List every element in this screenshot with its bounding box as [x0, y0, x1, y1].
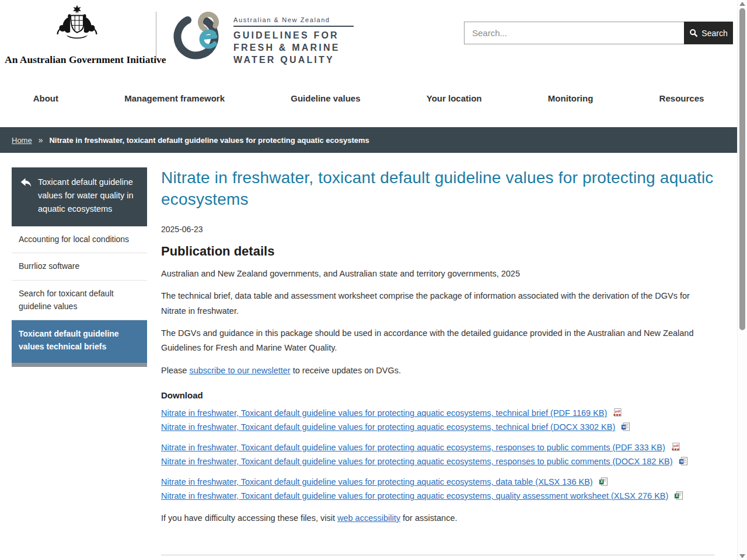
breadcrumb-separator-icon: » — [39, 135, 43, 145]
paragraph-package: The technical brief, data table and asse… — [161, 289, 714, 318]
newsletter-prefix: Please — [161, 366, 189, 375]
svg-text:pdf: pdf — [673, 444, 679, 447]
sidebar-parent-link[interactable]: Toxicant default guideline values for wa… — [12, 167, 147, 226]
sidebar-item-search-toxicant-dgv[interactable]: Search for toxicant default guideline va… — [12, 281, 147, 320]
initiative-text: An Australian Government Initiative — [5, 54, 149, 66]
site-header: An Australian Government Initiative Aust… — [0, 0, 747, 127]
search-button-label: Search — [701, 29, 727, 38]
publication-details-heading: Publication details — [161, 244, 714, 259]
download-link-data-table-xlsx[interactable]: Nitrate in freshwater, Toxicant default … — [161, 477, 593, 487]
accessibility-prefix: If you have difficulty accessing these f… — [161, 513, 337, 523]
footer-divider — [161, 555, 714, 555]
download-link-quality-worksheet-xlsx[interactable]: Nitrate in freshwater, Toxicant default … — [161, 491, 668, 501]
newsletter-suffix: to receive updates on DVGs. — [291, 366, 401, 375]
excel-file-icon: X — [674, 491, 683, 501]
page-title: Nitrate in freshwater, toxicant default … — [161, 167, 714, 211]
search-button[interactable]: Search — [684, 22, 733, 44]
download-row-technical-brief-pdf: Nitrate in freshwater, Toxicant default … — [161, 407, 714, 421]
page-scrollbar — [737, 0, 747, 560]
australian-coat-of-arms-icon — [52, 5, 102, 49]
breadcrumb-home-link[interactable]: Home — [12, 136, 32, 145]
accessibility-suffix: for assistance. — [400, 513, 458, 523]
download-row-responses-docx: Nitrate in freshwater, Toxicant default … — [161, 455, 714, 469]
download-link-responses-docx[interactable]: Nitrate in freshwater, Toxicant default … — [161, 457, 673, 466]
download-link-technical-brief-docx[interactable]: Nitrate in freshwater, Toxicant default … — [161, 422, 615, 432]
paragraph-guidance: The DGVs and guidance in this package sh… — [161, 326, 714, 356]
subscribe-newsletter-link[interactable]: subscribe to our newsletter — [189, 366, 290, 375]
sidebar-bottom-shadow — [12, 363, 147, 367]
logo-line-4: WATER QUALITY — [233, 54, 354, 66]
svg-text:X: X — [600, 480, 603, 484]
nav-item-about[interactable]: About — [33, 93, 58, 103]
gov-crest-block: An Australian Government Initiative — [5, 5, 149, 66]
search-icon — [689, 29, 698, 37]
content-area: Toxicant default guideline values for wa… — [0, 153, 747, 560]
logo-line-1: Australian & New Zealand — [233, 16, 354, 23]
download-row-responses-pdf: Nitrate in freshwater, Toxicant default … — [161, 441, 714, 455]
excel-file-icon: X — [599, 477, 608, 487]
logo-text: Australian & New Zealand GUIDELINES FOR … — [233, 7, 354, 66]
download-list: Nitrate in freshwater, Toxicant default … — [161, 407, 714, 503]
pdf-file-icon: pdf — [671, 443, 680, 452]
nav-item-guideline-values[interactable]: Guideline values — [291, 93, 360, 103]
nav-item-management-framework[interactable]: Management framework — [124, 93, 225, 103]
nav-item-resources[interactable]: Resources — [659, 93, 704, 103]
word-file-icon: W — [621, 422, 630, 432]
svg-text:W: W — [680, 459, 683, 463]
sidebar-item-technical-briefs-active[interactable]: Toxicant default guideline values techni… — [12, 320, 147, 362]
nav-item-your-location[interactable]: Your location — [427, 93, 482, 103]
logo-rule — [233, 26, 354, 27]
main-content: Nitrate in freshwater, toxicant default … — [161, 167, 714, 560]
download-link-responses-pdf[interactable]: Nitrate in freshwater, Toxicant default … — [161, 443, 665, 452]
logo-line-3: FRESH & MARINE — [233, 42, 354, 54]
paragraph-governments: Australian and New Zealand governments, … — [161, 267, 714, 281]
reply-arrow-icon — [20, 177, 32, 188]
svg-text:W: W — [623, 425, 626, 429]
search-input[interactable] — [464, 22, 684, 44]
sidebar-item-burrlioz-software[interactable]: Burrlioz software — [12, 253, 147, 281]
download-row-data-table-xlsx: Nitrate in freshwater, Toxicant default … — [161, 475, 714, 489]
brushstroke-logo-icon — [170, 7, 225, 62]
download-heading: Download — [161, 390, 714, 400]
newsletter-sentence: Please subscribe to our newsletter to re… — [161, 363, 714, 378]
sidebar-parent-label: Toxicant default guideline values for wa… — [38, 176, 140, 216]
svg-text:X: X — [676, 494, 679, 498]
download-link-technical-brief-pdf[interactable]: Nitrate in freshwater, Toxicant default … — [161, 408, 607, 418]
svg-text:pdf: pdf — [615, 410, 620, 413]
scrollbar-thumb[interactable] — [739, 8, 745, 330]
anz-guidelines-logo: Australian & New Zealand GUIDELINES FOR … — [170, 7, 354, 66]
word-file-icon: W — [679, 457, 688, 466]
breadcrumb-current: Nitrate in freshwater, toxicant default … — [49, 136, 369, 145]
logo-line-2: GUIDELINES FOR — [233, 30, 354, 42]
main-nav: About Management framework Guideline val… — [0, 93, 737, 103]
scrollbar-down-arrow-icon[interactable] — [739, 554, 745, 558]
accessibility-sentence: If you have difficulty accessing these f… — [161, 511, 714, 526]
download-row-quality-worksheet-xlsx: Nitrate in freshwater, Toxicant default … — [161, 489, 714, 503]
breadcrumb: Home » Nitrate in freshwater, toxicant d… — [0, 127, 747, 153]
download-row-technical-brief-docx: Nitrate in freshwater, Toxicant default … — [161, 421, 714, 435]
web-accessibility-link[interactable]: web accessibility — [337, 513, 400, 523]
nav-item-monitoring[interactable]: Monitoring — [548, 93, 593, 103]
scrollbar-up-arrow-icon[interactable] — [739, 2, 745, 6]
pdf-file-icon: pdf — [613, 408, 622, 418]
sidebar-item-accounting-for-local-conditions[interactable]: Accounting for local conditions — [12, 226, 147, 254]
publication-date: 2025-06-23 — [161, 225, 714, 234]
header-divider — [156, 12, 156, 60]
sidebar: Toxicant default guideline values for wa… — [12, 167, 147, 367]
site-search: Search — [464, 22, 733, 44]
